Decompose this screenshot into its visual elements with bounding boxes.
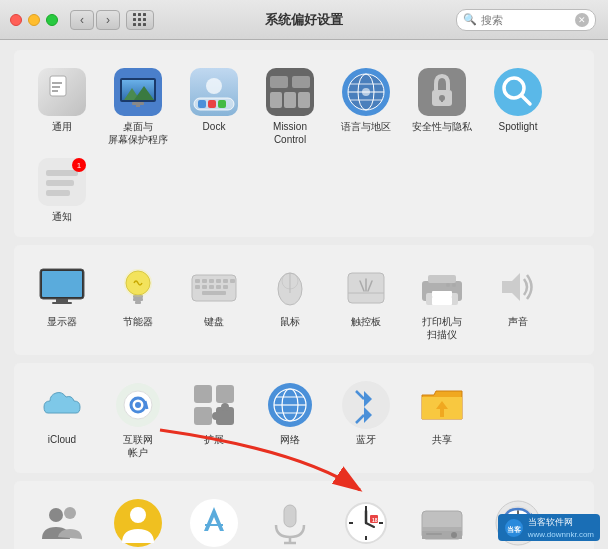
svg-rect-40 [46, 180, 74, 186]
pref-dictation[interactable]: 听写与语音 [252, 493, 328, 549]
mouse-icon [266, 263, 314, 311]
sharing-icon [418, 381, 466, 429]
pref-users[interactable]: 用户与群组 [24, 493, 100, 549]
svg-rect-23 [298, 92, 310, 108]
back-button[interactable]: ‹ [70, 10, 94, 30]
printer-icon [418, 263, 466, 311]
svg-rect-59 [202, 285, 207, 289]
svg-point-89 [221, 403, 229, 411]
sound-icon [494, 263, 542, 311]
svg-rect-14 [198, 100, 206, 108]
pref-sound[interactable]: 声音 [480, 257, 556, 347]
extensions-label: 扩展 [204, 433, 224, 446]
search-bar[interactable]: 🔍 ✕ [456, 9, 596, 31]
svg-rect-56 [223, 279, 228, 283]
pref-internet[interactable]: 互联网帐户 [100, 375, 176, 465]
svg-point-30 [362, 88, 370, 96]
svg-rect-54 [209, 279, 214, 283]
printer-label: 打印机与扫描仪 [422, 315, 462, 341]
svg-rect-126 [426, 533, 442, 535]
users-icon [38, 499, 86, 547]
svg-rect-55 [216, 279, 221, 283]
pref-extensions[interactable]: 扩展 [176, 375, 252, 465]
spotlight-label: Spotlight [499, 120, 538, 133]
datetime-icon: 18 [342, 499, 390, 547]
pref-security[interactable]: 安全性与隐私 [404, 62, 480, 152]
svg-rect-41 [46, 190, 70, 196]
dock-icon [190, 68, 238, 116]
svg-rect-61 [216, 285, 221, 289]
pref-display[interactable]: 显示器 [24, 257, 100, 347]
desktop-label: 桌面与屏幕保护程序 [108, 120, 168, 146]
svg-rect-22 [284, 92, 296, 108]
svg-rect-16 [218, 100, 226, 108]
pref-parental[interactable]: 家长控制 [100, 493, 176, 549]
svg-point-78 [446, 283, 450, 287]
general-icon [38, 68, 86, 116]
svg-rect-3 [52, 86, 60, 88]
pref-sharing[interactable]: 共享 [404, 375, 480, 465]
pref-dock[interactable]: Dock [176, 62, 252, 152]
minimize-button[interactable] [28, 14, 40, 26]
pref-printer[interactable]: 打印机与扫描仪 [404, 257, 480, 347]
internet-label: 互联网帐户 [123, 433, 153, 459]
pref-general[interactable]: 通用 [24, 62, 100, 152]
desktop-icon [114, 68, 162, 116]
search-input[interactable] [481, 14, 575, 26]
pref-mouse[interactable]: 鼠标 [252, 257, 328, 347]
pref-language[interactable]: 语言与地区 [328, 62, 404, 152]
sound-label: 声音 [508, 315, 528, 328]
maximize-button[interactable] [46, 14, 58, 26]
svg-rect-87 [194, 407, 212, 425]
pref-keyboard[interactable]: 键盘 [176, 257, 252, 347]
security-icon [418, 68, 466, 116]
dictation-icon [266, 499, 314, 547]
section-hardware-grid: 显示器 [24, 257, 584, 347]
dock-label: Dock [203, 120, 226, 133]
pref-bluetooth[interactable]: 蓝牙 [328, 375, 404, 465]
section-internet-grid: iCloud 互联网帐户 [24, 375, 584, 465]
window-title: 系统偏好设置 [265, 11, 343, 29]
pref-icloud[interactable]: iCloud [24, 375, 100, 465]
pref-notification[interactable]: 1 通知 [24, 152, 100, 229]
watermark: 当客 当客软件网www.downnkr.com [498, 514, 600, 541]
svg-rect-4 [52, 90, 58, 92]
pref-desktop[interactable]: 桌面与屏幕保护程序 [100, 62, 176, 152]
svg-marker-79 [502, 273, 520, 301]
section-internet: iCloud 互联网帐户 [14, 363, 594, 473]
search-clear-button[interactable]: ✕ [575, 13, 589, 27]
section-personal: 通用 [14, 50, 594, 237]
nav-buttons: ‹ › [70, 10, 120, 30]
pref-spotlight[interactable]: Spotlight [480, 62, 556, 152]
svg-point-107 [190, 499, 238, 547]
svg-rect-48 [133, 298, 143, 301]
pref-mission[interactable]: MissionControl [252, 62, 328, 152]
bluetooth-label: 蓝牙 [356, 433, 376, 446]
close-button[interactable] [10, 14, 22, 26]
svg-rect-58 [195, 285, 200, 289]
svg-text:当客: 当客 [507, 525, 522, 533]
svg-point-125 [451, 532, 457, 538]
titlebar: ‹ › 系统偏好设置 🔍 ✕ [0, 0, 608, 40]
svg-point-104 [64, 507, 76, 519]
energy-icon [114, 263, 162, 311]
pref-energy[interactable]: 节能器 [100, 257, 176, 347]
pref-appstore[interactable]: App Store [176, 493, 252, 549]
grid-view-button[interactable] [126, 10, 154, 30]
pref-datetime[interactable]: 18 日期与时间 [328, 493, 404, 549]
main-content: 通用 [0, 40, 608, 549]
svg-rect-44 [56, 299, 68, 302]
pref-trackpad[interactable]: 触控板 [328, 257, 404, 347]
svg-line-84 [145, 401, 147, 409]
extensions-icon [190, 381, 238, 429]
network-icon [266, 381, 314, 429]
grid-icon [133, 13, 147, 27]
svg-point-90 [212, 412, 220, 420]
forward-button[interactable]: › [96, 10, 120, 30]
appstore-icon [190, 499, 238, 547]
svg-rect-60 [209, 285, 214, 289]
pref-network[interactable]: 网络 [252, 375, 328, 465]
general-label: 通用 [52, 120, 72, 133]
internet-icon [114, 381, 162, 429]
pref-startup[interactable]: 启动磁盘 [404, 493, 480, 549]
